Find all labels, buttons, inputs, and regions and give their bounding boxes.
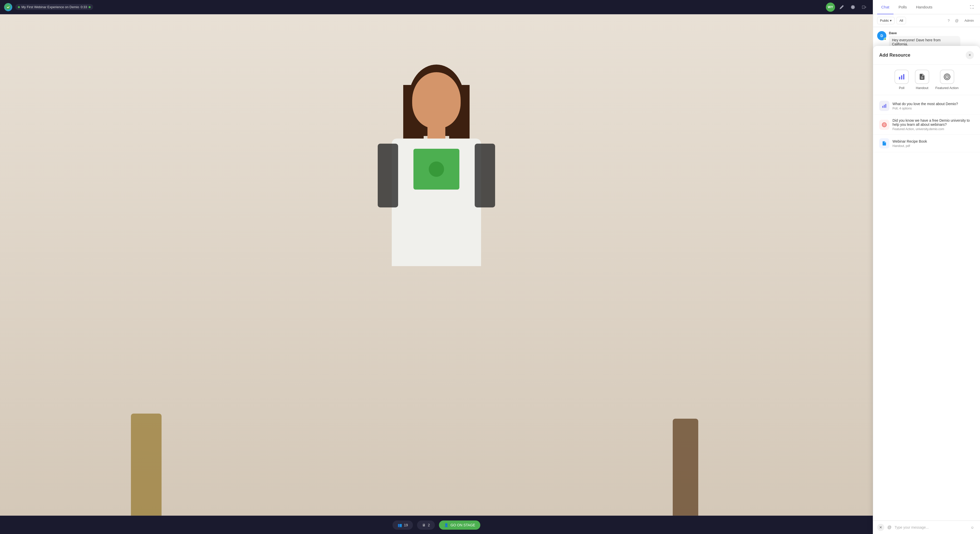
- help-icon[interactable]: ?: [945, 17, 952, 24]
- attendees-count: 19: [404, 523, 408, 527]
- svg-rect-1: [899, 77, 900, 79]
- chevron-down-icon: ▾: [890, 19, 892, 22]
- tab-handouts[interactable]: Handouts: [912, 0, 936, 14]
- resource-types: Poll Handout: [873, 65, 980, 95]
- chat-input-actions: ☺: [969, 524, 976, 531]
- dave-avatar: D: [877, 31, 886, 40]
- public-filter-button[interactable]: Public ▾: [877, 17, 894, 24]
- expand-icon[interactable]: [968, 3, 976, 11]
- timer-title: My First Webinar Experience on Demio: [21, 5, 79, 9]
- poll-item-subtitle: Poll, 4 options: [892, 106, 974, 110]
- chat-input-area: ✕ @ ☺: [873, 520, 980, 534]
- poll-item-text: What do you love the most about Demio? P…: [892, 102, 974, 110]
- close-icon: ×: [969, 53, 971, 57]
- chat-icon-group: ? @: [945, 17, 960, 24]
- action-item-icon: [879, 120, 889, 130]
- attendees-icon: 👥: [398, 523, 402, 527]
- action-item-text: Did you know we have a free Demio univer…: [892, 118, 974, 131]
- featured-action-type-label: Featured Action: [935, 86, 959, 90]
- handout-item-icon: [879, 138, 889, 148]
- poll-type-icon: [894, 70, 909, 84]
- tab-polls[interactable]: Polls: [894, 0, 911, 14]
- chat-message-input[interactable]: [894, 525, 967, 529]
- video-area: [0, 14, 873, 516]
- chat-controls: Public ▾ All ? @ Admin: [873, 14, 980, 27]
- svg-rect-3: [903, 74, 904, 79]
- resource-type-handout[interactable]: Handout: [915, 70, 929, 90]
- handout-type-label: Handout: [916, 86, 928, 90]
- admin-label: Admin: [963, 19, 976, 22]
- svg-rect-11: [885, 104, 886, 108]
- handout-item-title: Webinar Recipe Book: [892, 139, 974, 143]
- featured-action-type-icon: [940, 70, 954, 84]
- screens-button[interactable]: 🖥 2: [417, 520, 435, 530]
- settings-button[interactable]: [848, 3, 858, 12]
- svg-rect-10: [884, 105, 885, 108]
- exit-button[interactable]: [859, 3, 869, 12]
- resource-item-action[interactable]: Did you know we have a free Demio univer…: [873, 115, 980, 135]
- attendees-button[interactable]: 👥 19: [393, 520, 413, 530]
- handout-item-text: Webinar Recipe Book Handout, pdf: [892, 139, 974, 148]
- poll-item-title: What do you love the most about Demio?: [892, 102, 974, 106]
- top-bar: My First Webinar Experience on Demio 0:3…: [0, 0, 873, 14]
- left-panel: My First Webinar Experience on Demio 0:3…: [0, 0, 873, 534]
- timer-value: 0:33: [81, 5, 87, 9]
- bottom-bar: 👥 19 🖥 2 👤 GO ON STAGE: [0, 516, 873, 534]
- resource-item-poll[interactable]: What do you love the most about Demio? P…: [873, 97, 980, 115]
- handout-item-subtitle: Handout, pdf: [892, 144, 974, 148]
- screens-icon: 🖥: [422, 523, 426, 527]
- mention-icon[interactable]: @: [953, 17, 960, 24]
- tab-chat[interactable]: Chat: [877, 0, 894, 14]
- chat-cancel-button[interactable]: ✕: [877, 524, 884, 531]
- app-logo: [4, 3, 12, 11]
- svg-rect-2: [901, 75, 902, 79]
- stage-icon: 👤: [444, 523, 449, 527]
- user-avatar-button[interactable]: WY: [826, 3, 835, 12]
- pencil-button[interactable]: [837, 3, 846, 12]
- poll-type-label: Poll: [899, 86, 904, 90]
- add-resource-panel: Add Resource × Poll: [873, 46, 980, 534]
- mention-at-icon: @: [887, 525, 891, 530]
- svg-point-8: [946, 76, 948, 78]
- dave-name: Dave: [889, 31, 976, 35]
- handout-type-icon: [915, 70, 929, 84]
- svg-point-0: [6, 5, 11, 10]
- action-item-subtitle: Featured Action, university.demio.com: [892, 127, 974, 131]
- overlay-header: Add Resource ×: [873, 46, 980, 65]
- timer-dot: [18, 6, 20, 8]
- resource-type-poll[interactable]: Poll: [894, 70, 909, 90]
- message-dave: D Dave Hey everyone! Dave here from Cali…: [877, 31, 976, 48]
- right-panel: Chat Polls Handouts Public ▾ All ? @ Adm…: [873, 0, 980, 534]
- resource-item-handout[interactable]: Webinar Recipe Book Handout, pdf: [873, 135, 980, 152]
- svg-rect-9: [883, 106, 883, 108]
- resource-list: What do you love the most about Demio? P…: [873, 95, 980, 520]
- action-item-title: Did you know we have a free Demio univer…: [892, 118, 974, 127]
- filter-label: Public: [880, 19, 889, 22]
- emoji-button[interactable]: ☺: [969, 524, 976, 531]
- all-filter-button[interactable]: All: [897, 17, 906, 24]
- screens-count: 2: [428, 523, 430, 527]
- session-timer: My First Webinar Experience on Demio 0:3…: [15, 4, 93, 10]
- video-feed: [0, 14, 873, 516]
- resource-type-featured-action[interactable]: Featured Action: [935, 70, 959, 90]
- right-panel-header: Chat Polls Handouts: [873, 0, 980, 14]
- poll-item-icon: [879, 101, 889, 111]
- top-bar-controls: WY: [826, 3, 869, 12]
- dave-message-content: Dave Hey everyone! Dave here from Califo…: [889, 31, 976, 48]
- overlay-close-button[interactable]: ×: [966, 51, 974, 59]
- live-indicator: [89, 6, 91, 8]
- svg-point-14: [884, 124, 885, 125]
- go-on-stage-button[interactable]: 👤 GO ON STAGE: [439, 520, 480, 530]
- overlay-title: Add Resource: [879, 52, 910, 58]
- stage-label: GO ON STAGE: [450, 523, 475, 527]
